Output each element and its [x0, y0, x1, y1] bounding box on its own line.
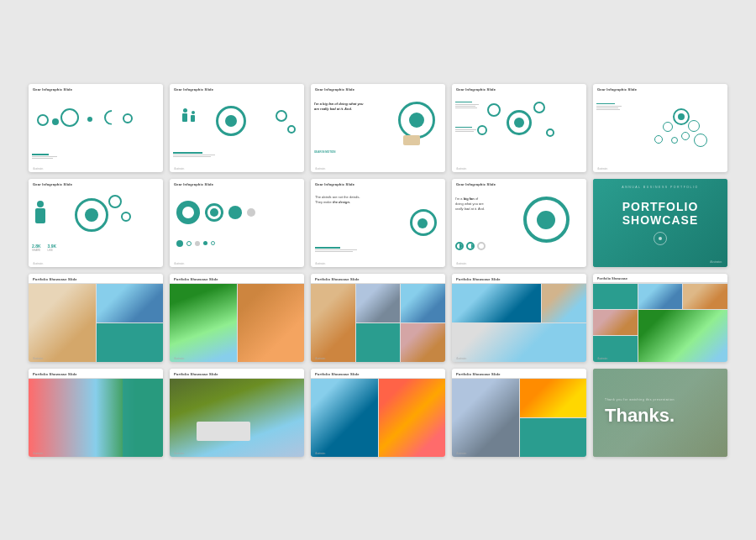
thanks-text: Thanks.	[605, 405, 675, 427]
slide-13[interactable]: Portfolio Showcase Slide illustrator.	[311, 274, 445, 362]
slide-16[interactable]: Portfolio Showcase Slide illustrator.	[29, 369, 163, 457]
slide-3-footer: illustrator.	[315, 167, 326, 170]
slide-5-title: Gear Infographic Slide	[593, 84, 727, 93]
thanks-pre-text: Thank you for watching this presentation	[605, 398, 675, 401]
slide-9-title: Gear Infographic Slide	[452, 179, 586, 188]
slide-18[interactable]: Portfolio Showcase Slide illustrator.	[311, 369, 445, 457]
slide-3[interactable]: Gear Infographic Slide I'm a big fan of …	[311, 84, 445, 172]
slide-4-footer: illustrator.	[456, 167, 467, 170]
slide-6[interactable]: Gear Infographic Slide 2.8K SHARE	[29, 179, 163, 267]
portfolio-circle-icon	[654, 232, 667, 245]
slide-17-title: Portfolio Showcase Slide	[170, 369, 304, 378]
slide-20-thanks[interactable]: Thank you for watching this presentation…	[593, 369, 727, 457]
slide-7-footer: illustrator.	[174, 262, 185, 265]
slide-14[interactable]: Portfolio Showcase Slide illustrator.	[452, 274, 586, 362]
slide-9[interactable]: Gear Infographic Slide I'm a big fan ofd…	[452, 179, 586, 267]
slide-13-footer: illustrator.	[315, 357, 326, 360]
slide-5[interactable]: Gear Infographic Slide	[593, 84, 727, 172]
slide-11-title: Portfolio Showcase Slide	[29, 274, 163, 283]
slide-9-footer: illustrator.	[456, 262, 467, 265]
slide-1[interactable]: Gear Infographic Slide illustrator.	[29, 84, 163, 172]
slide-10-portfolio-title[interactable]: ANNUAL BUSINESS PORTFOLIO PORTFOLIOSHOWC…	[593, 179, 727, 267]
slide-14-footer: illustrator.	[456, 357, 467, 360]
slide-19[interactable]: Portfolio Showcase Slide illustrator.	[452, 369, 586, 457]
slide-19-title: Portfolio Showcase Slide	[452, 369, 586, 378]
slide-8-footer: illustrator.	[315, 262, 326, 265]
slide-3-title: Gear Infographic Slide	[311, 84, 445, 93]
slide-1-title: Gear Infographic Slide	[29, 84, 163, 93]
portfolio-pre-label: ANNUAL BUSINESS PORTFOLIO	[593, 186, 727, 189]
slide-15[interactable]: Portfolio Showcase illustrator.	[593, 274, 727, 362]
slide-18-title: Portfolio Showcase Slide	[311, 369, 445, 378]
slide-12-footer: illustrator.	[174, 357, 185, 360]
slide-14-title: Portfolio Showcase Slide	[452, 274, 586, 283]
slide-11-footer: illustrator.	[33, 357, 44, 360]
slides-grid: Gear Infographic Slide illustrator.	[12, 67, 744, 474]
slide-18-footer: illustrator.	[315, 452, 326, 455]
slide-4-title: Gear Infographic Slide	[452, 84, 586, 93]
slide-5-footer: illustrator.	[597, 167, 608, 170]
slide-8[interactable]: Gear Infographic Slide The details are n…	[311, 179, 445, 267]
slide-6-title: Gear Infographic Slide	[29, 179, 163, 188]
slide-8-title: Gear Infographic Slide	[311, 179, 445, 188]
slide-16-footer: illustrator.	[33, 452, 44, 455]
slide-11[interactable]: Portfolio Showcase Slide illustrator.	[29, 274, 163, 362]
slide-12-title: Portfolio Showcase Slide	[170, 274, 304, 283]
portfolio-brand: illustrator.	[710, 260, 722, 264]
portfolio-main-title: PORTFOLIOSHOWCASE	[622, 200, 699, 227]
slide-13-title: Portfolio Showcase Slide	[311, 274, 445, 283]
slide-15-title: Portfolio Showcase	[593, 274, 727, 282]
slide-12[interactable]: Portfolio Showcase Slide illustrator.	[170, 274, 304, 362]
slide-16-title: Portfolio Showcase Slide	[29, 369, 163, 378]
slide-2[interactable]: Gear Infographic Slide	[170, 84, 304, 172]
slide-7[interactable]: Gear Infographic Slide	[170, 179, 304, 267]
slide-7-title: Gear Infographic Slide	[170, 179, 304, 188]
slide-2-footer: illustrator.	[174, 167, 185, 170]
slide-2-title: Gear Infographic Slide	[170, 84, 304, 93]
slide-19-footer: illustrator.	[456, 452, 467, 455]
slide-17[interactable]: Portfolio Showcase Slide illustrator.	[170, 369, 304, 457]
slide-1-footer: illustrator.	[33, 167, 44, 170]
slide-6-footer: illustrator.	[33, 262, 44, 265]
slide-4[interactable]: Gear Infographic Slide	[452, 84, 586, 172]
slide-17-footer: illustrator.	[174, 452, 185, 455]
slide-15-footer: illustrator.	[597, 357, 608, 360]
